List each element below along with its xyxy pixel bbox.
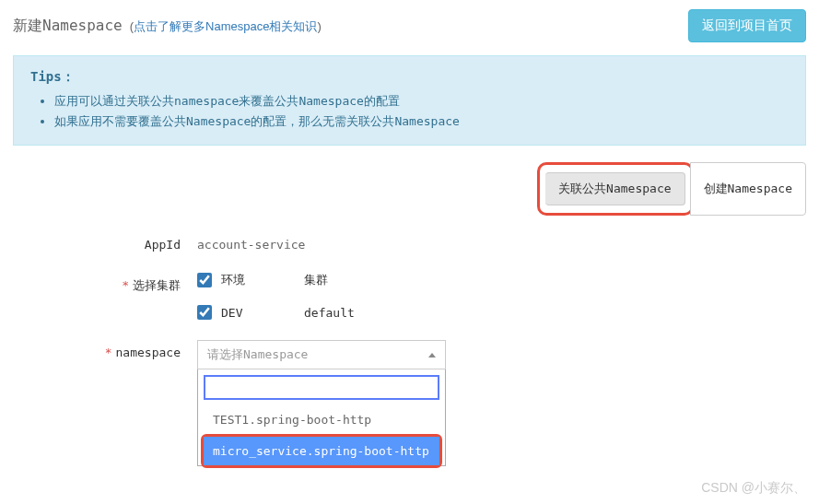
page-title: 新建Namespace	[13, 17, 123, 36]
tips-label: Tips：	[30, 69, 789, 86]
cluster-header-checkbox[interactable]	[197, 273, 212, 287]
tips-item: 如果应用不需要覆盖公共Namespace的配置，那么无需关联公共Namespac…	[54, 111, 789, 132]
cluster-row-cluster: default	[304, 306, 355, 320]
subtitle-link[interactable]: (点击了解更多Namespace相关知识)	[130, 18, 322, 35]
cluster-row-env: DEV	[221, 306, 304, 320]
namespace-select[interactable]: 请选择Namespace	[197, 340, 446, 369]
tips-panel: Tips： 应用可以通过关联公共namespace来覆盖公共Namespace的…	[13, 55, 806, 146]
return-home-button[interactable]: 返回到项目首页	[688, 9, 806, 42]
appid-label: AppId	[13, 232, 197, 252]
tab-link-public-namespace[interactable]: 关联公共Namespace	[545, 172, 684, 205]
cluster-row-checkbox[interactable]	[197, 305, 212, 320]
watermark: CSDN @小赛尔、	[701, 480, 806, 486]
namespace-placeholder: 请选择Namespace	[207, 346, 308, 363]
caret-up-icon	[428, 353, 436, 357]
cluster-header-cluster: 集群	[304, 272, 328, 288]
namespace-option-highlighted[interactable]: micro_service.spring-boot-http	[204, 437, 439, 465]
tab-create-namespace[interactable]: 创建Namespace	[690, 162, 806, 216]
cluster-header-env: 环境	[221, 272, 304, 288]
annotation-highlight: 关联公共Namespace	[537, 162, 693, 216]
namespace-search-input[interactable]	[204, 375, 439, 400]
cluster-label: *选择集群	[13, 272, 197, 294]
namespace-option[interactable]: TEST1.spring-boot-http	[204, 405, 439, 434]
namespace-label: *namespace	[13, 340, 197, 359]
appid-value: account-service	[197, 232, 305, 252]
namespace-dropdown: TEST1.spring-boot-http micro_service.spr…	[197, 369, 446, 466]
annotation-highlight: micro_service.spring-boot-http	[201, 434, 442, 468]
tips-item: 应用可以通过关联公共namespace来覆盖公共Namespace的配置	[54, 91, 789, 111]
